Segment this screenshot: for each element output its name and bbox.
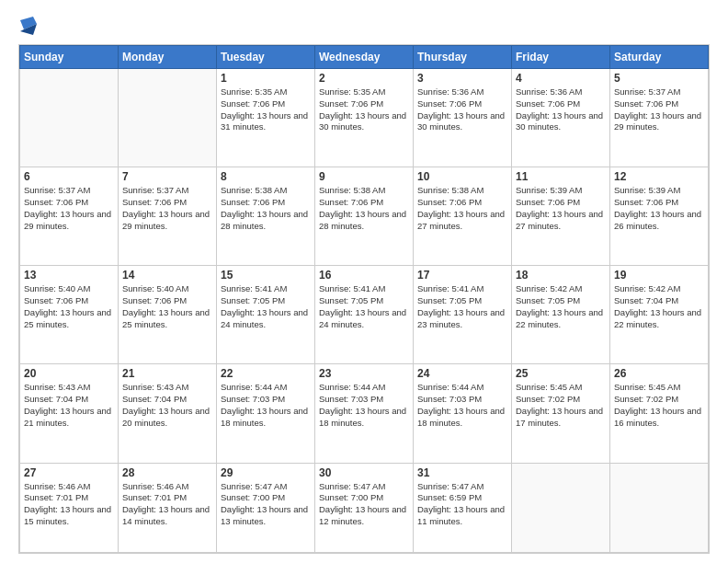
weekday-header-monday: Monday (119, 46, 217, 69)
day-number: 1 (221, 72, 311, 85)
day-info: Sunrise: 5:39 AM Sunset: 7:06 PM Dayligh… (516, 185, 606, 232)
day-cell (119, 69, 217, 167)
weekday-header-wednesday: Wednesday (315, 46, 414, 69)
day-number: 8 (221, 170, 311, 183)
day-cell: 2Sunrise: 5:35 AM Sunset: 7:06 PM Daylig… (315, 69, 414, 167)
weekday-header-thursday: Thursday (414, 46, 512, 69)
day-number: 20 (24, 367, 114, 380)
day-cell: 5Sunrise: 5:37 AM Sunset: 7:06 PM Daylig… (610, 69, 709, 167)
day-number: 25 (516, 367, 606, 380)
day-cell: 11Sunrise: 5:39 AM Sunset: 7:06 PM Dayli… (512, 167, 610, 266)
day-cell: 30Sunrise: 5:47 AM Sunset: 7:00 PM Dayli… (315, 463, 414, 552)
day-number: 13 (24, 269, 114, 282)
day-number: 31 (417, 466, 507, 479)
day-number: 2 (319, 72, 409, 85)
day-info: Sunrise: 5:47 AM Sunset: 6:59 PM Dayligh… (417, 481, 507, 528)
day-info: Sunrise: 5:47 AM Sunset: 7:00 PM Dayligh… (319, 481, 409, 528)
day-info: Sunrise: 5:37 AM Sunset: 7:06 PM Dayligh… (614, 86, 704, 133)
day-number: 17 (417, 269, 507, 282)
day-cell: 12Sunrise: 5:39 AM Sunset: 7:06 PM Dayli… (610, 167, 709, 266)
day-info: Sunrise: 5:42 AM Sunset: 7:05 PM Dayligh… (516, 283, 606, 330)
day-info: Sunrise: 5:35 AM Sunset: 7:06 PM Dayligh… (221, 86, 311, 133)
day-cell: 18Sunrise: 5:42 AM Sunset: 7:05 PM Dayli… (512, 266, 610, 364)
day-cell: 25Sunrise: 5:45 AM Sunset: 7:02 PM Dayli… (512, 364, 610, 463)
day-info: Sunrise: 5:41 AM Sunset: 7:05 PM Dayligh… (417, 283, 507, 330)
day-cell: 14Sunrise: 5:40 AM Sunset: 7:06 PM Dayli… (119, 266, 217, 364)
day-info: Sunrise: 5:35 AM Sunset: 7:06 PM Dayligh… (319, 86, 409, 133)
day-info: Sunrise: 5:40 AM Sunset: 7:06 PM Dayligh… (24, 283, 114, 330)
day-info: Sunrise: 5:42 AM Sunset: 7:04 PM Dayligh… (614, 283, 704, 330)
day-cell: 23Sunrise: 5:44 AM Sunset: 7:03 PM Dayli… (315, 364, 414, 463)
day-cell (20, 69, 119, 167)
day-cell: 21Sunrise: 5:43 AM Sunset: 7:04 PM Dayli… (119, 364, 217, 463)
day-cell: 15Sunrise: 5:41 AM Sunset: 7:05 PM Dayli… (217, 266, 315, 364)
day-number: 10 (417, 170, 507, 183)
day-cell: 10Sunrise: 5:38 AM Sunset: 7:06 PM Dayli… (414, 167, 512, 266)
weekday-header-tuesday: Tuesday (217, 46, 315, 69)
day-number: 12 (614, 170, 704, 183)
day-cell: 22Sunrise: 5:44 AM Sunset: 7:03 PM Dayli… (217, 364, 315, 463)
day-info: Sunrise: 5:45 AM Sunset: 7:02 PM Dayligh… (516, 382, 606, 429)
day-number: 7 (122, 170, 212, 183)
day-info: Sunrise: 5:41 AM Sunset: 7:05 PM Dayligh… (319, 283, 409, 330)
day-cell: 31Sunrise: 5:47 AM Sunset: 6:59 PM Dayli… (414, 463, 512, 552)
day-number: 6 (24, 170, 114, 183)
day-number: 9 (319, 170, 409, 183)
day-number: 11 (516, 170, 606, 183)
calendar: SundayMondayTuesdayWednesdayThursdayFrid… (18, 44, 710, 554)
day-info: Sunrise: 5:36 AM Sunset: 7:06 PM Dayligh… (516, 86, 606, 133)
day-info: Sunrise: 5:44 AM Sunset: 7:03 PM Dayligh… (221, 382, 311, 429)
day-info: Sunrise: 5:39 AM Sunset: 7:06 PM Dayligh… (614, 185, 704, 232)
day-cell (610, 463, 709, 552)
logo (18, 17, 42, 37)
day-number: 30 (319, 466, 409, 479)
week-row-5: 27Sunrise: 5:46 AM Sunset: 7:01 PM Dayli… (20, 463, 709, 552)
day-number: 5 (614, 72, 704, 85)
day-info: Sunrise: 5:43 AM Sunset: 7:04 PM Dayligh… (122, 382, 212, 429)
day-number: 19 (614, 269, 704, 282)
day-cell (512, 463, 610, 552)
day-info: Sunrise: 5:38 AM Sunset: 7:06 PM Dayligh… (221, 185, 311, 232)
day-info: Sunrise: 5:45 AM Sunset: 7:02 PM Dayligh… (614, 382, 704, 429)
day-info: Sunrise: 5:38 AM Sunset: 7:06 PM Dayligh… (417, 185, 507, 232)
day-cell: 16Sunrise: 5:41 AM Sunset: 7:05 PM Dayli… (315, 266, 414, 364)
logo-icon (20, 17, 37, 37)
day-number: 29 (221, 466, 311, 479)
day-number: 15 (221, 269, 311, 282)
day-cell: 13Sunrise: 5:40 AM Sunset: 7:06 PM Dayli… (20, 266, 119, 364)
day-cell: 20Sunrise: 5:43 AM Sunset: 7:04 PM Dayli… (20, 364, 119, 463)
day-cell: 7Sunrise: 5:37 AM Sunset: 7:06 PM Daylig… (119, 167, 217, 266)
day-cell: 3Sunrise: 5:36 AM Sunset: 7:06 PM Daylig… (414, 69, 512, 167)
week-row-1: 1Sunrise: 5:35 AM Sunset: 7:06 PM Daylig… (20, 69, 709, 167)
day-cell: 17Sunrise: 5:41 AM Sunset: 7:05 PM Dayli… (414, 266, 512, 364)
header (18, 17, 710, 37)
day-info: Sunrise: 5:40 AM Sunset: 7:06 PM Dayligh… (122, 283, 212, 330)
day-cell: 29Sunrise: 5:47 AM Sunset: 7:00 PM Dayli… (217, 463, 315, 552)
day-number: 16 (319, 269, 409, 282)
day-cell: 6Sunrise: 5:37 AM Sunset: 7:06 PM Daylig… (20, 167, 119, 266)
day-number: 22 (221, 367, 311, 380)
weekday-header-saturday: Saturday (610, 46, 709, 69)
weekday-header-row: SundayMondayTuesdayWednesdayThursdayFrid… (20, 46, 709, 69)
day-number: 24 (417, 367, 507, 380)
day-info: Sunrise: 5:43 AM Sunset: 7:04 PM Dayligh… (24, 382, 114, 429)
day-number: 28 (122, 466, 212, 479)
day-number: 26 (614, 367, 704, 380)
day-number: 14 (122, 269, 212, 282)
day-number: 3 (417, 72, 507, 85)
day-info: Sunrise: 5:44 AM Sunset: 7:03 PM Dayligh… (417, 382, 507, 429)
day-info: Sunrise: 5:44 AM Sunset: 7:03 PM Dayligh… (319, 382, 409, 429)
day-info: Sunrise: 5:41 AM Sunset: 7:05 PM Dayligh… (221, 283, 311, 330)
day-number: 4 (516, 72, 606, 85)
day-info: Sunrise: 5:38 AM Sunset: 7:06 PM Dayligh… (319, 185, 409, 232)
weekday-header-sunday: Sunday (20, 46, 119, 69)
week-row-2: 6Sunrise: 5:37 AM Sunset: 7:06 PM Daylig… (20, 167, 709, 266)
day-cell: 27Sunrise: 5:46 AM Sunset: 7:01 PM Dayli… (20, 463, 119, 552)
day-info: Sunrise: 5:37 AM Sunset: 7:06 PM Dayligh… (24, 185, 114, 232)
day-cell: 9Sunrise: 5:38 AM Sunset: 7:06 PM Daylig… (315, 167, 414, 266)
page: SundayMondayTuesdayWednesdayThursdayFrid… (0, 0, 728, 563)
day-cell: 4Sunrise: 5:36 AM Sunset: 7:06 PM Daylig… (512, 69, 610, 167)
day-cell: 8Sunrise: 5:38 AM Sunset: 7:06 PM Daylig… (217, 167, 315, 266)
week-row-3: 13Sunrise: 5:40 AM Sunset: 7:06 PM Dayli… (20, 266, 709, 364)
day-number: 23 (319, 367, 409, 380)
